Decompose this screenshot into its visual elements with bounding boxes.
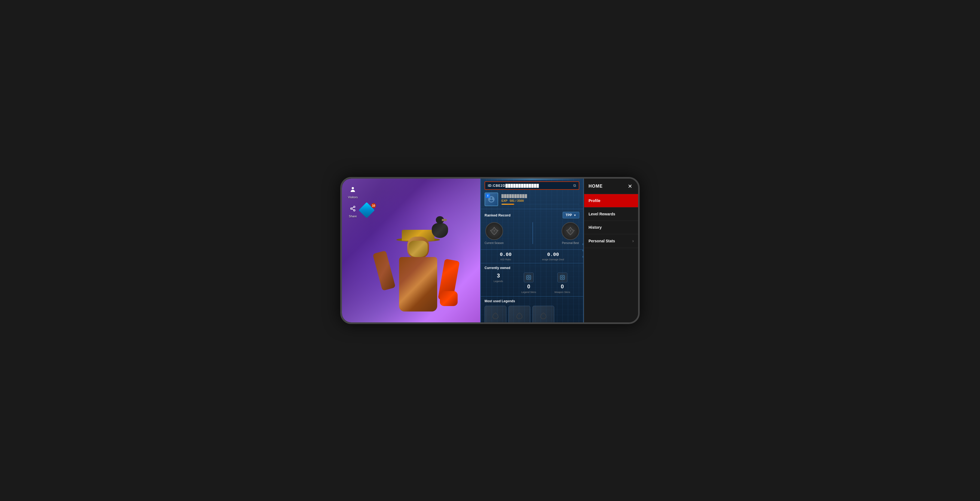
personal-stats-chevron-icon: › xyxy=(632,239,634,243)
svg-rect-14 xyxy=(560,275,564,280)
legend-slot-3 xyxy=(533,306,554,322)
profile-label: Profile xyxy=(589,199,601,203)
sidebar-item-history[interactable]: History xyxy=(584,221,638,234)
svg-marker-21 xyxy=(541,314,545,318)
svg-point-15 xyxy=(561,277,563,278)
svg-marker-19 xyxy=(517,314,521,318)
personal-best-label: Personal Best xyxy=(562,242,579,245)
screen: Visitors Share xyxy=(342,179,638,322)
personal-stats-label: Personal Stats xyxy=(589,239,615,243)
legend-slot-1 xyxy=(485,306,506,322)
tpp-dropdown[interactable]: TPP ▼ xyxy=(563,212,579,218)
profile-panel: ID:CBE2D█████████████ ⧉ ✎ f ██████████ xyxy=(480,179,584,322)
rank-icons-row: Current Season Personal Best xyxy=(485,222,579,245)
ranked-header: Ranked Record TPP ▼ xyxy=(485,212,579,218)
user-name-exp: ██████████ EXP 581 / 3500 xyxy=(501,194,579,205)
id-bar: ID:CBE2D█████████████ ⧉ ✎ xyxy=(485,181,579,190)
legends-count: 3 xyxy=(497,272,500,279)
visitors-icon xyxy=(347,184,358,195)
bolt-2 xyxy=(582,250,584,251)
legend-skins-count: 0 xyxy=(527,283,530,290)
bird-beak xyxy=(442,219,447,221)
username: ██████████ xyxy=(501,194,579,198)
edit-icon[interactable]: ✎ xyxy=(583,183,584,188)
svg-marker-8 xyxy=(493,230,495,232)
svg-point-0 xyxy=(352,187,354,189)
svg-line-4 xyxy=(352,209,354,210)
character-body xyxy=(375,192,462,322)
share-button[interactable]: Share xyxy=(347,203,358,218)
legends-title: Most used Legends xyxy=(485,299,579,303)
svg-point-13 xyxy=(528,277,530,278)
tpp-arrow-icon: ▼ xyxy=(574,214,576,217)
visitors-label: Visitors xyxy=(348,196,358,199)
legends-icons-row xyxy=(485,306,579,322)
stats-row: 0.00 K/D Ratio 0.00 erage Damage Deal xyxy=(481,250,583,263)
kd-value: 0.00 xyxy=(500,252,512,257)
weapon-skins-owned: 0 Weapon Skins xyxy=(555,272,570,294)
share-label: Share xyxy=(349,215,356,218)
weapon-skins-icon xyxy=(557,272,567,282)
sidebar-item-level-rewards[interactable]: Level Rewards xyxy=(584,207,638,221)
current-season-icon xyxy=(485,222,503,240)
ranked-section: Ranked Record TPP ▼ xyxy=(481,209,583,250)
svg-point-1 xyxy=(354,206,355,208)
svg-point-2 xyxy=(351,208,352,209)
exp-bar xyxy=(501,204,579,205)
sidebar-item-profile[interactable]: Profile xyxy=(584,194,638,207)
copy-icon[interactable]: ⧉ xyxy=(573,183,576,188)
owned-section: Currently owned 3 Legends 0 xyxy=(481,263,583,296)
close-button[interactable]: ✕ xyxy=(626,183,634,190)
svg-point-3 xyxy=(354,210,355,211)
bird-body xyxy=(432,223,448,238)
personal-best-item: Personal Best xyxy=(562,222,579,245)
current-season-item: Current Season xyxy=(485,222,504,245)
facebook-icon: f xyxy=(486,194,490,198)
history-label: History xyxy=(589,225,601,229)
kd-label: K/D Ratio xyxy=(500,258,511,261)
rank-divider xyxy=(533,222,533,244)
legends-owned: 3 Legends xyxy=(494,272,503,294)
badge-number: 10 xyxy=(371,203,376,208)
legend-skins-label: Legend Skins xyxy=(521,291,536,294)
decorative-lines xyxy=(481,179,583,180)
user-info-row: f ██████████ EXP 581 / 3500 xyxy=(485,192,579,206)
current-season-label: Current Season xyxy=(485,242,504,245)
legend-slot-2 xyxy=(509,306,530,322)
char-glove xyxy=(440,291,458,306)
side-bolts-right xyxy=(582,243,584,258)
exp-label: EXP xyxy=(501,199,508,202)
exp-row: EXP 581 / 3500 xyxy=(501,199,579,202)
svg-marker-11 xyxy=(570,230,571,232)
share-icon xyxy=(347,203,358,214)
damage-value: 0.00 xyxy=(547,252,559,257)
owned-items-row: 3 Legends 0 Legend Skins xyxy=(485,272,579,294)
char-torso xyxy=(399,257,437,312)
profile-header: ID:CBE2D█████████████ ⧉ ✎ f ██████████ xyxy=(481,179,583,209)
character-area xyxy=(364,179,473,322)
char-mask xyxy=(409,241,428,257)
id-text: ID:CBE2D█████████████ xyxy=(488,184,572,188)
legend-skins-icon xyxy=(524,272,533,282)
exp-fill xyxy=(501,204,514,205)
tpp-label: TPP xyxy=(566,213,572,217)
bird xyxy=(428,216,452,238)
weapon-skins-count: 0 xyxy=(561,283,564,290)
level-rewards-label: Level Rewards xyxy=(589,212,615,216)
badge-button[interactable]: 10 xyxy=(361,205,375,219)
sidebar-item-personal-stats[interactable]: Personal Stats › xyxy=(584,234,638,248)
weapon-skins-label: Weapon Skins xyxy=(555,291,570,294)
svg-line-5 xyxy=(352,207,354,208)
damage-stat: 0.00 erage Damage Deal xyxy=(542,252,564,261)
kd-stat: 0.00 K/D Ratio xyxy=(500,252,512,261)
exp-values: 581 / 3500 xyxy=(510,199,524,202)
device-frame: Visitors Share xyxy=(340,177,640,324)
visitors-button[interactable]: Visitors xyxy=(347,184,358,199)
svg-rect-12 xyxy=(527,275,531,280)
ranked-title: Ranked Record xyxy=(485,213,511,217)
damage-label: erage Damage Deal xyxy=(542,258,564,261)
legends-label: Legends xyxy=(494,280,503,283)
bolt-3 xyxy=(582,256,584,258)
personal-best-icon xyxy=(562,222,579,240)
right-sidebar: HOME ✕ Profile Level Rewards History Per… xyxy=(584,179,638,322)
